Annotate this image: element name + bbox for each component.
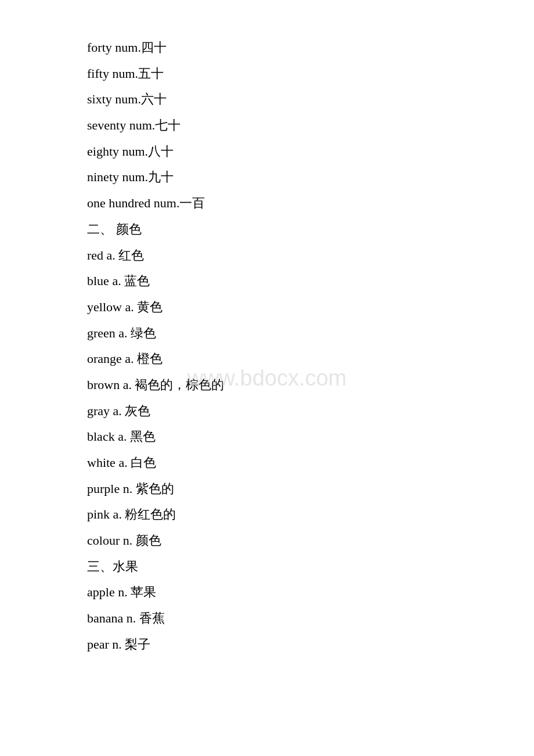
list-item-sixty: sixty num.六十 [87, 87, 534, 113]
list-item-green: green a. 绿色 [87, 321, 534, 347]
list-item-blue: blue a. 蓝色 [87, 268, 534, 294]
list-item-eighty: eighty num.八十 [87, 139, 534, 165]
list-item-purple: purple n. 紫色的 [87, 476, 534, 502]
list-item-white: white a. 白色 [87, 450, 534, 476]
list-item-one-hundred: one hundred num.一百 [87, 190, 534, 217]
list-item-section3: 三、水果 [87, 554, 534, 580]
list-item-ninety: ninety num.九十 [87, 164, 534, 190]
list-item-gray: gray a. 灰色 [87, 398, 534, 424]
list-item-forty: forty num.四十 [87, 35, 534, 61]
vocabulary-list: forty num.四十fifty num.五十sixty num.六十seve… [87, 35, 534, 658]
list-item-yellow: yellow a. 黄色 [87, 294, 534, 321]
list-item-section2: 二、 颜色 [87, 217, 534, 243]
list-item-orange: orange a. 橙色 [87, 346, 534, 372]
list-item-red: red a. 红色 [87, 243, 534, 269]
list-item-pink: pink a. 粉红色的 [87, 502, 534, 528]
list-item-seventy: seventy num.七十 [87, 113, 534, 139]
list-item-banana: banana n. 香蕉 [87, 606, 534, 632]
list-item-apple: apple n. 苹果 [87, 579, 534, 606]
list-item-black: black a. 黑色 [87, 424, 534, 450]
list-item-fifty: fifty num.五十 [87, 61, 534, 87]
list-item-brown: brown a. 褐色的，棕色的 [87, 372, 534, 398]
list-item-pear: pear n. 梨子 [87, 632, 534, 658]
list-item-colour: colour n. 颜色 [87, 528, 534, 554]
